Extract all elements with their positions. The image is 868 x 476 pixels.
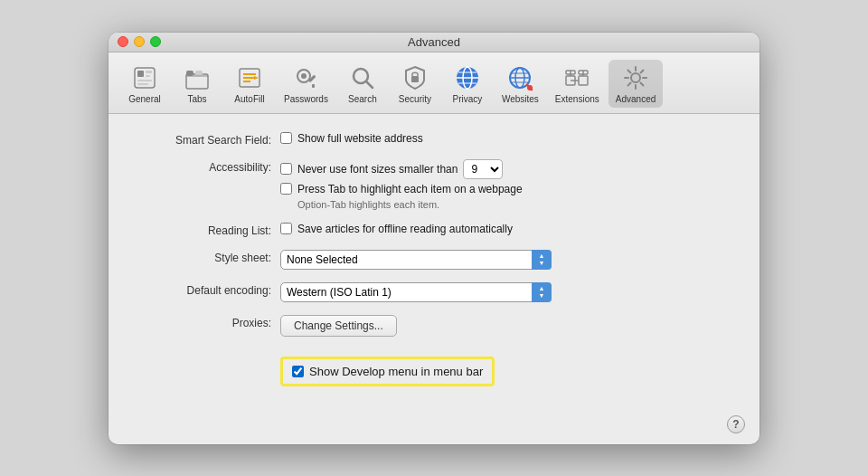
tab-passwords-label: Passwords bbox=[284, 94, 328, 104]
close-button[interactable] bbox=[118, 36, 128, 47]
extensions-icon bbox=[562, 63, 591, 92]
content-area: Smart Search Field: Show full website ad… bbox=[108, 114, 760, 408]
svg-rect-7 bbox=[186, 71, 193, 76]
passwords-icon bbox=[291, 63, 320, 92]
tab-security[interactable]: Security bbox=[390, 60, 440, 108]
maximize-button[interactable] bbox=[150, 36, 161, 47]
develop-section: Show Develop menu in menu bar bbox=[280, 357, 495, 386]
smart-search-checkbox[interactable] bbox=[280, 132, 292, 144]
svg-line-48 bbox=[641, 70, 644, 72]
tab-search[interactable]: Search bbox=[337, 60, 388, 108]
privacy-icon bbox=[453, 63, 482, 92]
svg-rect-8 bbox=[195, 71, 203, 76]
proxies-row: Proxies: Change Settings... bbox=[136, 315, 732, 337]
smart-search-checkbox-label: Show full website address bbox=[297, 132, 423, 145]
proxies-label: Proxies: bbox=[136, 315, 280, 329]
reading-list-control: Save articles for offline reading automa… bbox=[280, 223, 513, 235]
svg-rect-18 bbox=[312, 84, 315, 88]
stylesheet-row: Style sheet: None Selected Choose... bbox=[136, 250, 732, 270]
autofill-icon bbox=[235, 63, 264, 92]
toolbar: General Tabs bbox=[108, 52, 760, 114]
tab-autofill[interactable]: AutoFill bbox=[224, 60, 275, 108]
stylesheet-select[interactable]: None Selected Choose... bbox=[280, 250, 552, 270]
preferences-window: Advanced General bbox=[108, 33, 760, 444]
tab-autofill-label: AutoFill bbox=[234, 94, 264, 104]
tab-advanced-label: Advanced bbox=[616, 94, 656, 104]
svg-rect-1 bbox=[137, 71, 144, 77]
font-size-row: Never use font sizes smaller than 9 10 1… bbox=[280, 159, 523, 179]
svg-rect-4 bbox=[137, 80, 152, 81]
accessibility-hint: Option-Tab highlights each item. bbox=[297, 199, 523, 210]
accessibility-row: Accessibility: Never use font sizes smal… bbox=[136, 159, 732, 210]
font-size-checkbox-label: Never use font sizes smaller than bbox=[297, 163, 458, 176]
tab-websites-label: Websites bbox=[502, 94, 539, 104]
svg-line-46 bbox=[628, 70, 631, 72]
settings-grid: Smart Search Field: Show full website ad… bbox=[136, 132, 732, 386]
smart-search-label: Smart Search Field: bbox=[136, 132, 280, 147]
encoding-row: Default encoding: Western (ISO Latin 1) … bbox=[136, 282, 732, 302]
encoding-control: Western (ISO Latin 1) Unicode (UTF-8) We… bbox=[280, 282, 552, 302]
tab-general-label: General bbox=[128, 94, 161, 104]
proxies-control: Change Settings... bbox=[280, 315, 397, 337]
develop-spacer bbox=[136, 349, 280, 351]
develop-control: Show Develop menu in menu bar bbox=[280, 349, 495, 386]
stylesheet-control: None Selected Choose... bbox=[280, 250, 552, 270]
svg-line-20 bbox=[366, 81, 373, 88]
tab-extensions[interactable]: Extensions bbox=[548, 60, 607, 108]
font-size-select[interactable]: 9 10 11 12 bbox=[463, 159, 503, 179]
develop-row: Show Develop menu in menu bar bbox=[136, 349, 732, 386]
minimize-button[interactable] bbox=[134, 36, 145, 47]
font-size-checkbox[interactable] bbox=[280, 163, 292, 175]
tab-tabs[interactable]: Tabs bbox=[172, 60, 222, 108]
help-button[interactable]: ? bbox=[727, 415, 745, 433]
encoding-select[interactable]: Western (ISO Latin 1) Unicode (UTF-8) We… bbox=[280, 282, 552, 302]
general-icon bbox=[130, 63, 159, 92]
tab-security-label: Security bbox=[399, 94, 431, 104]
tab-general[interactable]: General bbox=[119, 60, 170, 108]
develop-checkbox[interactable] bbox=[292, 366, 304, 377]
reading-list-checkbox-label: Save articles for offline reading automa… bbox=[297, 223, 513, 235]
titlebar: Advanced bbox=[108, 33, 760, 52]
svg-line-47 bbox=[641, 82, 644, 85]
reading-list-label: Reading List: bbox=[136, 223, 280, 237]
tab-websites[interactable]: Websites bbox=[495, 60, 546, 108]
reading-list-checkbox-row: Save articles for offline reading automa… bbox=[280, 223, 513, 235]
tab-highlight-label: Press Tab to highlight each item on a we… bbox=[297, 183, 523, 195]
svg-rect-3 bbox=[146, 75, 150, 77]
bottom-bar: ? bbox=[108, 408, 760, 444]
svg-point-16 bbox=[301, 73, 307, 79]
reading-list-row: Reading List: Save articles for offline … bbox=[136, 223, 732, 237]
svg-rect-35 bbox=[579, 76, 588, 85]
tab-highlight-row: Press Tab to highlight each item on a we… bbox=[280, 183, 523, 195]
svg-line-49 bbox=[628, 82, 631, 85]
svg-rect-5 bbox=[137, 83, 148, 85]
svg-point-33 bbox=[527, 85, 533, 90]
tab-search-label: Search bbox=[348, 94, 377, 104]
tab-passwords[interactable]: Passwords bbox=[277, 60, 335, 108]
tab-privacy-label: Privacy bbox=[453, 94, 483, 104]
tabs-icon bbox=[183, 63, 212, 92]
tab-advanced[interactable]: Advanced bbox=[609, 60, 663, 108]
change-settings-button[interactable]: Change Settings... bbox=[280, 315, 397, 337]
smart-search-checkbox-row: Show full website address bbox=[280, 132, 423, 145]
websites-icon bbox=[505, 63, 534, 92]
tab-privacy[interactable]: Privacy bbox=[442, 60, 493, 108]
stylesheet-select-wrapper: None Selected Choose... bbox=[280, 250, 552, 270]
security-icon bbox=[401, 63, 429, 92]
reading-list-checkbox[interactable] bbox=[280, 223, 292, 234]
font-size-select-wrapper: 9 10 11 12 bbox=[463, 159, 503, 179]
search-icon bbox=[348, 63, 377, 92]
svg-marker-14 bbox=[254, 76, 259, 80]
svg-rect-21 bbox=[411, 76, 419, 82]
svg-point-41 bbox=[631, 73, 640, 82]
smart-search-row: Smart Search Field: Show full website ad… bbox=[136, 132, 732, 147]
window-title: Advanced bbox=[408, 35, 460, 49]
encoding-label: Default encoding: bbox=[136, 282, 280, 297]
stylesheet-label: Style sheet: bbox=[136, 250, 280, 264]
traffic-lights bbox=[118, 36, 161, 47]
tab-extensions-label: Extensions bbox=[555, 94, 599, 104]
tab-highlight-checkbox[interactable] bbox=[280, 183, 292, 195]
develop-checkbox-label: Show Develop menu in menu bar bbox=[309, 365, 483, 378]
svg-rect-2 bbox=[146, 71, 152, 73]
encoding-select-wrapper: Western (ISO Latin 1) Unicode (UTF-8) We… bbox=[280, 282, 552, 302]
